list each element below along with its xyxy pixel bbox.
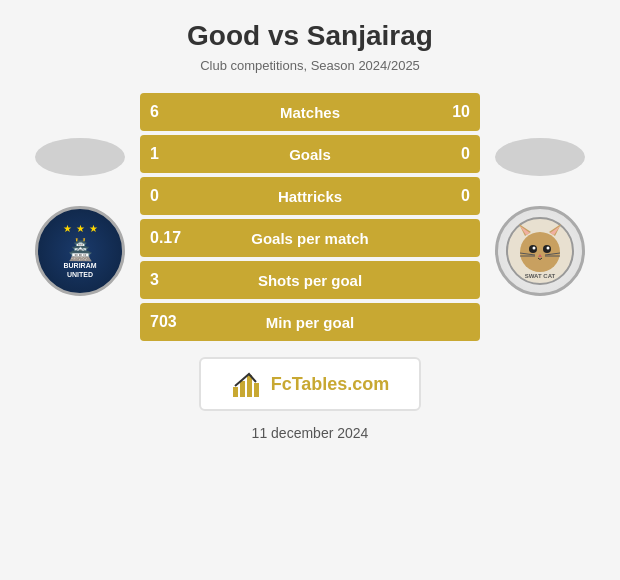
- stat-row-shots-per-goal: 3 Shots per goal: [140, 261, 480, 299]
- matches-left-val: 6: [150, 103, 190, 121]
- team-right-badge: SWAT CAT: [495, 206, 585, 296]
- goals-right-val: 0: [430, 145, 470, 163]
- match-subtitle: Club competitions, Season 2024/2025: [200, 58, 420, 73]
- goals-label: Goals: [190, 146, 430, 163]
- gpm-label: Goals per match: [190, 230, 430, 247]
- fctables-banner: FcTables.com: [199, 357, 422, 411]
- svg-rect-18: [247, 375, 252, 397]
- spg-left-val: 3: [150, 271, 190, 289]
- fctables-chart-icon: [231, 369, 261, 399]
- svg-point-9: [547, 247, 550, 250]
- matches-label: Matches: [190, 104, 430, 121]
- svg-rect-16: [233, 387, 238, 397]
- stat-row-goals-per-match: 0.17 Goals per match: [140, 219, 480, 257]
- mpg-left-val: 703: [150, 313, 190, 331]
- buriram-badge-text: BURIRAMUNITED: [63, 262, 96, 279]
- star-icon-3: ★: [89, 223, 98, 234]
- mpg-label: Min per goal: [190, 314, 430, 331]
- matches-right-val: 10: [430, 103, 470, 121]
- goals-left-val: 1: [150, 145, 190, 163]
- swat-cat-logo: SWAT CAT: [505, 216, 575, 286]
- spg-label: Shots per goal: [190, 272, 430, 289]
- svg-point-8: [533, 247, 536, 250]
- team-right: SWAT CAT: [480, 138, 600, 296]
- team-left: ★ ★ ★ 🏯 BURIRAMUNITED: [20, 138, 140, 296]
- stat-row-min-per-goal: 703 Min per goal: [140, 303, 480, 341]
- stat-row-hattricks: 0 Hattricks 0: [140, 177, 480, 215]
- stat-row-matches: 6 Matches 10: [140, 93, 480, 131]
- match-title: Good vs Sanjairag: [187, 20, 433, 52]
- star-icon-1: ★: [63, 223, 72, 234]
- hattricks-label: Hattricks: [190, 188, 430, 205]
- svg-rect-17: [240, 381, 245, 397]
- hattricks-left-val: 0: [150, 187, 190, 205]
- match-date: 11 december 2024: [252, 425, 369, 441]
- team-right-ellipse: [495, 138, 585, 176]
- star-icon-2: ★: [76, 223, 85, 234]
- fctables-label: FcTables.com: [271, 374, 390, 395]
- stat-row-goals: 1 Goals 0: [140, 135, 480, 173]
- main-content: ★ ★ ★ 🏯 BURIRAMUNITED 6 Matches 10 1 Goa…: [20, 93, 600, 341]
- castle-icon: 🏯: [68, 238, 93, 262]
- svg-text:SWAT CAT: SWAT CAT: [525, 273, 556, 279]
- team-left-ellipse: [35, 138, 125, 176]
- svg-rect-19: [254, 383, 259, 397]
- hattricks-right-val: 0: [430, 187, 470, 205]
- svg-point-1: [520, 232, 560, 272]
- stats-container: 6 Matches 10 1 Goals 0 0 Hattricks 0 0.1…: [140, 93, 480, 341]
- team-left-badge: ★ ★ ★ 🏯 BURIRAMUNITED: [35, 206, 125, 296]
- gpm-left-val: 0.17: [150, 229, 190, 247]
